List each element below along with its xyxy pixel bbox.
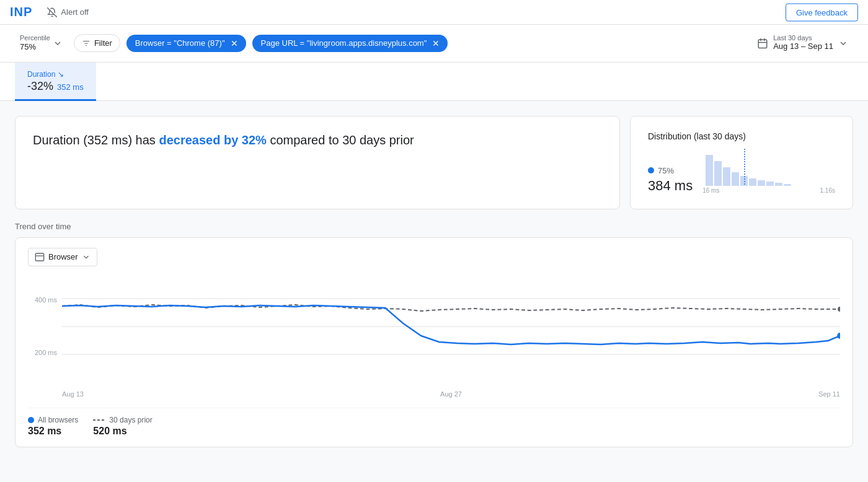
legend-prior-label: 30 days prior bbox=[93, 416, 152, 424]
y-axis-labels: 400 ms 200 ms bbox=[28, 274, 62, 379]
chart-legend: All browsers 352 ms 30 days prior 520 ms bbox=[28, 408, 840, 437]
svg-rect-9 bbox=[714, 161, 722, 186]
headline-highlight: decreased by 32% bbox=[159, 133, 266, 147]
percentile-value: 75% bbox=[20, 42, 36, 51]
alert-off-button[interactable]: Alert off bbox=[42, 5, 94, 20]
legend-dashed-icon bbox=[93, 417, 105, 423]
filter-label: Filter bbox=[94, 38, 112, 48]
x-label-aug27: Aug 27 bbox=[440, 390, 462, 398]
dist-percentile-label: 75% bbox=[658, 166, 674, 175]
y-label-200: 200 ms bbox=[35, 349, 57, 356]
filter-button[interactable]: Filter bbox=[74, 34, 120, 52]
summary-row: Duration (352 ms) has decreased by 32% c… bbox=[15, 116, 853, 209]
legend-blue-dot bbox=[28, 417, 34, 423]
svg-rect-16 bbox=[775, 183, 782, 186]
x-axis-labels: Aug 13 Aug 27 Sep 11 bbox=[62, 380, 840, 398]
url-filter-chip[interactable]: Page URL = "livingroom.apps.disneyplus.c… bbox=[252, 35, 448, 52]
chevron-down-icon bbox=[838, 38, 848, 48]
url-chip-label: Page URL = "livingroom.apps.disneyplus.c… bbox=[261, 38, 427, 48]
headline-part1: Duration (352 ms) has bbox=[33, 133, 159, 147]
percentile-control[interactable]: Percentile 75% bbox=[15, 32, 68, 55]
dist-chart-min: 16 ms bbox=[702, 187, 719, 194]
browser-chip-close[interactable]: ✕ bbox=[229, 38, 240, 49]
metric-tabs: Duration ↘ -32% 352 ms bbox=[0, 63, 868, 101]
browser-icon bbox=[35, 252, 45, 262]
legend-all-browsers-value: 352 ms bbox=[28, 426, 78, 437]
dist-chart-max: 1.16s bbox=[820, 187, 835, 194]
dist-info: 75% 384 ms bbox=[648, 166, 693, 194]
svg-rect-17 bbox=[784, 184, 791, 186]
date-range-control[interactable]: Last 30 days Aug 13 – Sep 11 bbox=[752, 32, 853, 55]
trend-title: Trend over time bbox=[15, 222, 853, 231]
svg-rect-14 bbox=[758, 180, 765, 186]
summary-headline: Duration (352 ms) has decreased by 32% c… bbox=[33, 131, 602, 149]
date-range-label: Last 30 days bbox=[773, 35, 833, 42]
svg-rect-19 bbox=[35, 253, 43, 261]
legend-all-browsers-label: All browsers bbox=[28, 416, 78, 424]
dist-percentile-row: 75% bbox=[648, 166, 693, 175]
trend-chart-svg bbox=[62, 274, 840, 379]
filter-icon bbox=[82, 39, 91, 48]
chart-area: 400 ms 200 ms bbox=[28, 274, 840, 398]
svg-rect-13 bbox=[749, 178, 756, 186]
distribution-title: Distribution (last 30 days) bbox=[648, 131, 835, 141]
date-range-value: Aug 13 – Sep 11 bbox=[773, 42, 833, 52]
distribution-chart-svg bbox=[702, 149, 802, 186]
filter-bar: Percentile 75% Filter Browser = "Chrome … bbox=[0, 25, 868, 63]
svg-point-24 bbox=[837, 333, 840, 339]
tab-name: Duration ↘ bbox=[27, 70, 84, 79]
duration-tab[interactable]: Duration ↘ -32% 352 ms bbox=[15, 63, 96, 101]
browser-filter-chip[interactable]: Browser = "Chrome (87)" ✕ bbox=[126, 35, 246, 52]
give-feedback-button[interactable]: Give feedback bbox=[786, 3, 858, 21]
svg-line-0 bbox=[48, 7, 57, 17]
chevron-down-icon bbox=[82, 253, 91, 261]
browser-dropdown-label: Browser bbox=[48, 252, 78, 261]
calendar-icon bbox=[757, 38, 768, 49]
distribution-card: Distribution (last 30 days) 75% 384 ms bbox=[630, 116, 853, 209]
summary-card: Duration (352 ms) has decreased by 32% c… bbox=[15, 116, 620, 209]
dist-value: 384 ms bbox=[648, 178, 693, 194]
legend-prior-30: 30 days prior 520 ms bbox=[93, 416, 152, 437]
top-bar: INP Alert off Give feedback bbox=[0, 0, 868, 25]
distribution-body: 75% 384 ms bbox=[648, 149, 835, 194]
chart-plot bbox=[62, 274, 840, 379]
svg-rect-15 bbox=[766, 182, 774, 186]
svg-point-25 bbox=[838, 307, 840, 312]
alert-off-label: Alert off bbox=[61, 7, 89, 17]
svg-rect-4 bbox=[758, 40, 767, 48]
browser-chip-label: Browser = "Chrome (87)" bbox=[135, 38, 225, 48]
dist-dot bbox=[648, 167, 654, 173]
tab-value: -32% 352 ms bbox=[27, 80, 84, 93]
y-label-400: 400 ms bbox=[35, 296, 57, 304]
legend-prior-text: 30 days prior bbox=[109, 416, 152, 424]
url-chip-close[interactable]: ✕ bbox=[430, 38, 441, 49]
headline-part2: compared to 30 days prior bbox=[267, 133, 414, 147]
bell-off-icon bbox=[47, 7, 57, 17]
svg-rect-8 bbox=[706, 155, 713, 186]
x-label-sep11: Sep 11 bbox=[818, 390, 840, 398]
x-label-aug13: Aug 13 bbox=[62, 390, 84, 398]
svg-rect-12 bbox=[740, 176, 748, 186]
main-content: Duration (352 ms) has decreased by 32% c… bbox=[0, 101, 868, 462]
trend-section: Trend over time Browser 400 ms 200 ms bbox=[15, 222, 853, 447]
chevron-down-icon bbox=[53, 38, 63, 48]
percentile-label: Percentile bbox=[20, 35, 50, 42]
legend-prior-value: 520 ms bbox=[93, 426, 152, 437]
svg-rect-10 bbox=[723, 167, 730, 186]
dist-chart: 16 ms 1.16s bbox=[702, 149, 835, 194]
app-logo: INP bbox=[10, 5, 32, 19]
svg-rect-11 bbox=[732, 172, 739, 186]
browser-dropdown[interactable]: Browser bbox=[28, 248, 97, 266]
legend-all-browsers: All browsers 352 ms bbox=[28, 416, 78, 437]
trend-card: Browser 400 ms 200 ms bbox=[15, 237, 853, 447]
legend-all-browsers-text: All browsers bbox=[38, 416, 78, 424]
